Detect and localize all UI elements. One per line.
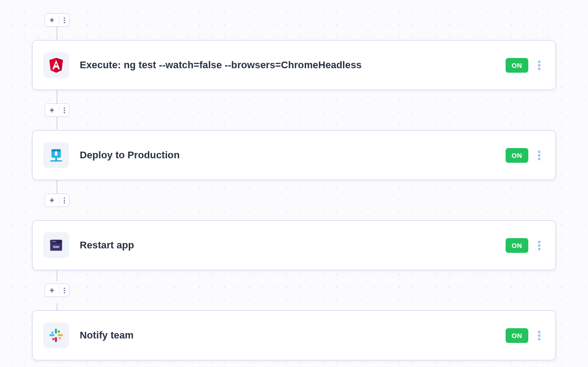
add-step-between[interactable]: + <box>45 103 69 117</box>
status-badge[interactable]: ON <box>506 148 529 163</box>
angular-icon <box>43 52 69 78</box>
svg-rect-15 <box>58 334 63 336</box>
status-badge[interactable]: ON <box>506 328 529 343</box>
add-step-between[interactable]: + <box>45 13 69 27</box>
step-menu-icon[interactable] <box>536 59 542 72</box>
svg-point-12 <box>55 241 56 242</box>
pipeline-step[interactable]: Notify team ON <box>32 310 556 360</box>
pipeline-step[interactable]: Deploy to Production ON <box>32 130 556 180</box>
step-title: Deploy to Production <box>80 149 506 161</box>
plus-icon[interactable]: + <box>45 286 59 295</box>
connector-menu-icon[interactable] <box>59 198 69 203</box>
step-title: Notify team <box>80 330 506 341</box>
step-title: Restart app <box>80 239 506 251</box>
svg-rect-17 <box>49 334 54 336</box>
step-title: Execute: ng test --watch=false --browser… <box>80 59 506 71</box>
plus-icon[interactable]: + <box>45 106 59 115</box>
pipeline-step[interactable]: SSH Restart app ON <box>32 220 556 270</box>
svg-rect-3 <box>55 158 57 161</box>
step-menu-icon[interactable] <box>536 329 542 342</box>
pipeline: + Execute: ng test --watch=false --brows… <box>0 0 588 367</box>
plus-icon[interactable]: + <box>45 16 59 25</box>
status-badge[interactable]: ON <box>506 238 529 253</box>
plus-icon[interactable]: + <box>45 196 59 205</box>
slack-icon <box>43 322 69 348</box>
deploy-icon <box>43 142 69 168</box>
svg-text:SSH: SSH <box>53 245 59 248</box>
svg-rect-14 <box>55 329 57 334</box>
svg-point-10 <box>52 241 53 242</box>
svg-point-11 <box>53 241 54 242</box>
connector-menu-icon[interactable] <box>59 288 69 293</box>
pipeline-step[interactable]: Execute: ng test --watch=false --browser… <box>32 40 556 90</box>
step-menu-icon[interactable] <box>536 239 542 252</box>
step-menu-icon[interactable] <box>536 149 542 162</box>
add-step-between[interactable]: + <box>45 194 69 207</box>
add-step-between[interactable]: + <box>45 284 69 297</box>
svg-rect-16 <box>55 337 57 342</box>
connector-menu-icon[interactable] <box>59 107 69 113</box>
connector-menu-icon[interactable] <box>59 17 69 23</box>
status-badge[interactable]: ON <box>506 58 529 73</box>
ssh-icon: SSH <box>43 232 69 258</box>
